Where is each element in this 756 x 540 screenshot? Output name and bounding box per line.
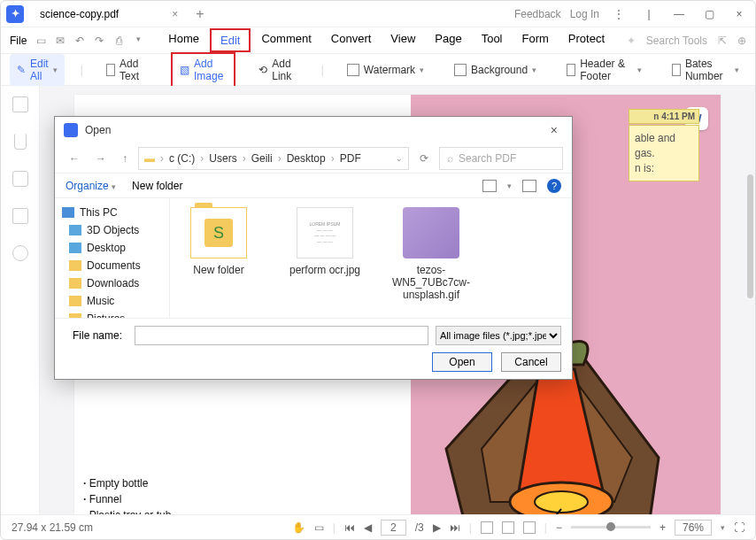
search-tools-icon[interactable]: ✦ [627,35,636,47]
nav-up-button[interactable]: ↑ [117,152,133,165]
organize-menu[interactable]: Organize ▾ [66,180,116,192]
attachment-panel-icon[interactable] [12,208,28,224]
crumb[interactable]: PDF [340,152,361,165]
menu-page[interactable]: Page [426,28,470,52]
filename-input[interactable] [135,326,428,345]
file-menu[interactable]: File [10,35,27,47]
menu-comment[interactable]: Comment [252,28,320,52]
add-link-button[interactable]: ⟲Add Link [251,54,305,86]
tree-3d-objects[interactable]: 3D Objects [58,221,166,239]
tree-desktop[interactable]: Desktop [58,239,166,257]
new-folder-button[interactable]: New folder [132,180,182,192]
minimize-button[interactable]: — [668,8,690,20]
file-list[interactable]: S New folder LOREM IPSUM— — —— — — —— — … [170,198,572,318]
login-link[interactable]: Log In [570,8,599,20]
crumb[interactable]: Desktop [287,152,326,165]
feedback-link[interactable]: Feedback [514,8,561,20]
print-icon[interactable]: ⎙ [112,35,126,47]
file-item-gif[interactable]: tezos-WN5_7UBc7cw-unsplash.gif [391,207,471,301]
select-tool-icon[interactable]: ▭ [314,521,324,534]
search-panel-icon[interactable] [12,245,28,261]
view-mode-button[interactable] [482,180,497,192]
quick-access-toolbar: ▭ ✉ ↶ ↷ ⎙ ▾ [34,35,145,47]
zoom-out-button[interactable]: − [556,521,562,534]
crumb-dropdown-icon[interactable]: ⌄ [396,154,403,163]
ext-icon[interactable]: ⊕ [737,35,746,47]
comment-panel-icon[interactable] [12,171,28,187]
tab-close-icon[interactable]: × [172,8,178,20]
breadcrumb[interactable]: ▬ › c (C:)› Users› Geili› Desktop› PDF ⌄ [138,147,409,170]
page-input[interactable]: 2 [381,520,406,536]
ribbon: ✎Edit All▾ | Add Text ▧Add Image ⟲Add Li… [1,54,755,86]
tree-this-pc[interactable]: This PC [58,204,166,221]
refresh-button[interactable]: ⟳ [414,152,434,165]
mail-icon[interactable]: ✉ [53,35,67,47]
preview-pane-button[interactable] [522,180,536,192]
view-dropdown-icon[interactable]: ▾ [507,181,512,190]
filetype-select[interactable]: All image files (*.jpg;*.jpeg;*.jpe [436,326,561,345]
menu-protect[interactable]: Protect [559,28,613,52]
search-tools-input[interactable]: Search Tools [646,35,707,47]
zoom-in-button[interactable]: + [660,521,666,534]
add-link-label: Add Link [272,58,297,82]
nav-forward-button[interactable]: → [90,152,112,165]
new-tab-button[interactable]: + [196,6,204,22]
open-button[interactable]: Open [432,352,492,372]
folder-tree[interactable]: This PC 3D Objects Desktop Documents Dow… [55,198,170,318]
document-tab[interactable]: science-copy.pdf × [31,4,187,24]
redo-icon[interactable]: ↷ [92,35,106,47]
continuous-page-icon[interactable] [502,521,514,534]
add-image-button[interactable]: ▧Add Image [171,52,235,88]
two-page-icon[interactable] [523,521,536,534]
menu-view[interactable]: View [382,28,424,52]
add-text-button[interactable]: Add Text [99,54,155,86]
single-page-icon[interactable] [481,521,493,534]
background-button[interactable]: Background▾ [447,60,544,80]
crumb[interactable]: Geili [251,152,273,165]
last-page-button[interactable]: ⏭ [450,521,460,534]
ribbon-divider: | [321,64,324,76]
menu-convert[interactable]: Convert [322,28,381,52]
more-icon[interactable]: ⋮ [608,8,629,20]
tree-music[interactable]: Music [58,292,166,310]
file-item-folder[interactable]: S New folder [179,207,258,276]
menu-tool[interactable]: Tool [473,28,512,52]
menu-form[interactable]: Form [513,28,558,52]
tree-documents[interactable]: Documents [58,257,166,274]
dialog-close-button[interactable]: × [545,123,563,137]
left-sidebar [1,86,40,514]
edit-all-button[interactable]: ✎Edit All▾ [10,54,65,86]
crumb[interactable]: Users [209,152,236,165]
zoom-value[interactable]: 76% [675,520,712,536]
dialog-search-input[interactable]: ⌕ Search PDF [439,147,563,170]
nav-back-button[interactable]: ← [64,152,85,165]
tree-downloads[interactable]: Downloads [58,274,166,292]
save-icon[interactable]: ▭ [34,35,48,47]
annotation-note[interactable]: able and gas. n is: [629,125,699,181]
watermark-button[interactable]: Watermark▾ [340,60,431,80]
qat-dropdown-icon[interactable]: ▾ [131,35,145,47]
next-page-button[interactable]: ▶ [433,521,441,534]
cancel-button[interactable]: Cancel [501,352,561,372]
file-item-jpg[interactable]: LOREM IPSUM— — —— — — —— — — perform ocr… [285,207,365,276]
tree-pictures[interactable]: Pictures [58,310,166,318]
bates-number-button[interactable]: Bates Number▾ [665,54,746,86]
first-page-button[interactable]: ⏮ [344,521,355,534]
menu-home[interactable]: Home [159,28,208,52]
vertical-scrollbar[interactable] [747,174,753,298]
header-footer-button[interactable]: Header & Footer▾ [559,54,649,86]
prev-page-button[interactable]: ◀ [364,521,372,534]
fullscreen-button[interactable]: ⛶ [734,521,744,534]
undo-icon[interactable]: ↶ [73,35,87,47]
bookmark-panel-icon[interactable] [14,134,27,150]
menu-edit[interactable]: Edit [210,28,251,52]
zoom-slider[interactable] [571,526,651,528]
crumb[interactable]: c (C:) [169,152,195,165]
maximize-button[interactable]: ▢ [698,8,720,20]
close-button[interactable]: × [729,8,750,20]
thumbnail-panel-icon[interactable] [12,96,28,112]
share-icon[interactable]: ⇱ [718,35,727,47]
hand-tool-icon[interactable]: ✋ [292,521,305,534]
jpg-thumbnail: LOREM IPSUM— — —— — — —— — — [297,207,353,258]
help-button[interactable]: ? [547,179,561,193]
